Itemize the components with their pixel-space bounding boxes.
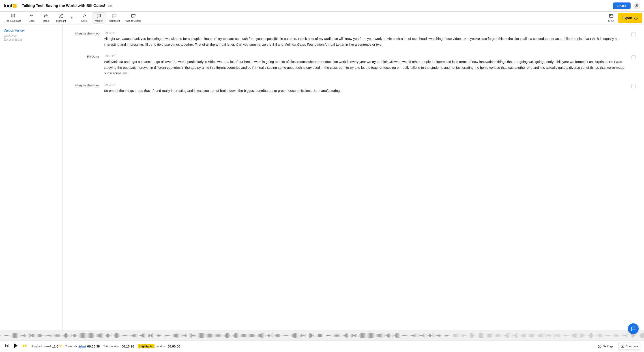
svg-rect-372 — [327, 335, 328, 336]
find-replace-icon — [11, 14, 15, 19]
svg-rect-655 — [580, 334, 581, 338]
svg-rect-401 — [353, 335, 354, 336]
svg-rect-499 — [441, 335, 441, 336]
transcript-block-3: Marques Brownlee -00:02:14 So one of the… — [63, 80, 644, 96]
svg-rect-182 — [158, 334, 158, 336]
svg-rect-173 — [149, 334, 150, 336]
svg-rect-590 — [522, 334, 523, 337]
svg-rect-161 — [138, 335, 139, 336]
svg-rect-680 — [603, 334, 603, 337]
svg-rect-577 — [511, 335, 511, 336]
svg-rect-581 — [514, 335, 515, 336]
svg-rect-568 — [503, 334, 503, 337]
svg-rect-677 — [600, 334, 600, 337]
svg-rect-238 — [208, 334, 208, 338]
svg-rect-598 — [530, 334, 530, 338]
svg-rect-121 — [103, 334, 103, 338]
svg-rect-6 — [0, 335, 0, 336]
svg-rect-576 — [510, 334, 510, 337]
svg-rect-566 — [501, 334, 501, 337]
edit-link[interactable]: Edit — [108, 4, 112, 8]
svg-rect-179 — [155, 334, 155, 337]
svg-rect-31 — [22, 335, 23, 336]
toolbar-dropdown[interactable]: ▾ — [70, 12, 74, 24]
svg-rect-145 — [124, 335, 125, 336]
email-button[interactable]: Email — [606, 12, 617, 23]
checkbox-3[interactable] — [632, 84, 636, 88]
transcript-text-2[interactable]: Well Melinda and I get a chance to go al… — [104, 59, 627, 76]
svg-rect-530 — [469, 335, 469, 336]
svg-rect-211 — [184, 335, 184, 336]
undo-button[interactable]: Undo — [25, 12, 38, 24]
transcript-text-3[interactable]: So one of the things I read that I found… — [104, 88, 627, 94]
svg-rect-536 — [474, 335, 474, 336]
speaker-col-1: Marques Brownlee — [68, 31, 100, 47]
svg-rect-253 — [221, 334, 222, 337]
svg-rect-509 — [450, 335, 450, 336]
svg-rect-685 — [607, 335, 608, 336]
svg-rect-152 — [130, 335, 131, 336]
svg-rect-201 — [174, 334, 175, 338]
content-col-3: -00:02:14 So one of the things I read th… — [104, 83, 627, 94]
svg-rect-30 — [22, 335, 22, 336]
comment-button[interactable]: Comment — [106, 12, 122, 24]
svg-rect-97 — [81, 333, 82, 338]
svg-rect-251 — [219, 334, 220, 337]
transcript-text-1[interactable]: All right Mr. Gates thank you for sittin… — [104, 36, 627, 47]
svg-rect-678 — [601, 334, 602, 337]
last-saved: Last saved 51 seconds ago — [4, 34, 59, 42]
svg-rect-508 — [449, 335, 450, 336]
svg-rect-373 — [328, 335, 329, 336]
svg-rect-234 — [204, 334, 204, 338]
svg-rect-62 — [50, 334, 50, 336]
marker-button[interactable]: Marker — [92, 12, 106, 24]
export-button[interactable]: Export — [618, 13, 642, 23]
svg-rect-300 — [263, 333, 263, 338]
svg-rect-611 — [541, 334, 542, 337]
shortcuts-button[interactable]: Shortcuts — [618, 343, 640, 350]
svg-rect-69 — [56, 334, 57, 337]
settings-button[interactable]: Settings — [596, 343, 616, 350]
svg-rect-563 — [498, 334, 499, 337]
checkbox-2[interactable] — [632, 55, 636, 59]
svg-rect-432 — [381, 334, 382, 338]
redo-button[interactable]: Redo — [39, 12, 52, 24]
highlight-button[interactable]: Highlight — [54, 12, 68, 24]
fast-forward-button[interactable] — [22, 342, 28, 350]
svg-rect-279 — [244, 334, 244, 338]
svg-rect-579 — [512, 334, 513, 336]
svg-rect-606 — [537, 334, 537, 336]
svg-rect-516 — [456, 334, 456, 338]
svg-rect-53 — [42, 335, 42, 336]
svg-rect-694 — [615, 334, 616, 337]
add-to-vocab-button[interactable]: Add to Vocab — [124, 12, 143, 24]
svg-rect-454 — [401, 334, 401, 336]
svg-rect-456 — [402, 335, 403, 336]
strike-button[interactable]: Strike — [78, 12, 91, 24]
timecode-adjust-button[interactable]: Adjust — [78, 345, 86, 348]
user-icon[interactable] — [633, 2, 640, 10]
svg-rect-543 — [480, 333, 481, 338]
svg-rect-377 — [332, 334, 332, 336]
find-replace-button[interactable]: Find & Replace — [2, 12, 24, 24]
checkbox-1[interactable] — [632, 32, 636, 36]
chat-support-button[interactable] — [628, 323, 639, 334]
svg-marker-729 — [25, 344, 27, 347]
svg-rect-77 — [64, 334, 64, 336]
svg-rect-178 — [154, 333, 154, 338]
play-button[interactable] — [12, 342, 20, 351]
share-button[interactable]: Share — [613, 2, 630, 9]
svg-rect-106 — [89, 333, 90, 338]
svg-rect-528 — [467, 334, 467, 337]
skip-back-button[interactable] — [4, 342, 10, 350]
svg-rect-52 — [41, 334, 42, 336]
waveform-row[interactable] — [0, 330, 644, 340]
svg-rect-364 — [320, 334, 321, 337]
svg-rect-547 — [484, 333, 484, 338]
svg-rect-116 — [98, 334, 99, 337]
version-history-link[interactable]: Version History — [4, 29, 59, 32]
svg-rect-713 — [632, 334, 633, 338]
highlights-duration-label: duration: — [156, 345, 166, 348]
svg-rect-78 — [64, 334, 65, 337]
svg-rect-136 — [116, 333, 117, 338]
